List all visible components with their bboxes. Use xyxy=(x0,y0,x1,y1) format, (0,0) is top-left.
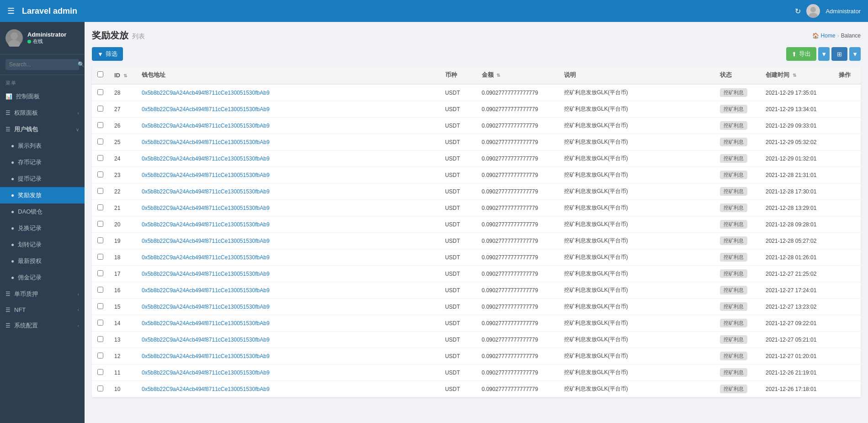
sidebar-label-withdraw: 提币记录 xyxy=(18,175,79,183)
cell-address: 0x5b8b22C9aA24Acb494f8711cCe130051530fbA… xyxy=(136,118,440,134)
sidebar-item-latest-auth[interactable]: ● 最新授权 xyxy=(0,253,85,269)
table-row: 15 0x5b8b22C9aA24Acb494f8711cCe130051530… xyxy=(92,299,861,315)
cell-desc: 挖矿利息发放GLK(平台币) xyxy=(559,84,714,101)
cell-address: 0x5b8b22C9aA24Acb494f8711cCe130051530fbA… xyxy=(136,216,440,233)
cell-currency: USDT xyxy=(440,315,476,332)
cell-desc: 挖矿利息发放GLK(平台币) xyxy=(559,233,714,249)
sidebar-item-reward[interactable]: ● 奖励发放 xyxy=(0,187,85,203)
columns-button[interactable]: ⊞ xyxy=(831,47,847,61)
row-checkbox[interactable] xyxy=(97,188,103,194)
select-all-checkbox[interactable] xyxy=(97,71,103,77)
row-checkbox-cell xyxy=(92,315,109,332)
cell-action xyxy=(833,101,861,118)
cell-desc: 挖矿利息发放GLK(平台币) xyxy=(559,101,714,118)
sidebar-item-nft[interactable]: ☰ NFT ‹ xyxy=(0,302,85,317)
columns-dropdown-button[interactable]: ▼ xyxy=(849,47,861,61)
cell-action xyxy=(833,216,861,233)
cell-desc: 挖矿利息发放GLK(平台币) xyxy=(559,381,714,397)
sidebar-item-exchange[interactable]: ● 兑换记录 xyxy=(0,220,85,236)
cell-desc: 挖矿利息发放GLK(平台币) xyxy=(559,118,714,134)
status-badge: 挖矿利息 xyxy=(720,187,747,196)
cell-action xyxy=(833,266,861,282)
status-badge: 挖矿利息 xyxy=(720,203,747,212)
refresh-icon[interactable]: ↻ xyxy=(795,7,801,16)
cell-action xyxy=(833,200,861,216)
sidebar-item-single-pledge[interactable]: ☰ 单币质押 ‹ xyxy=(0,286,85,302)
row-checkbox[interactable] xyxy=(97,254,103,260)
export-button[interactable]: ⬆ 导出 xyxy=(786,47,816,61)
cell-time: 2021-12-26 17:18:01 xyxy=(760,381,833,397)
cell-status: 挖矿利息 xyxy=(714,216,760,233)
status-badge: 挖矿利息 xyxy=(720,88,747,97)
cell-time: 2021-12-27 17:24:01 xyxy=(760,282,833,299)
sidebar-item-dao-lock[interactable]: ● DAO锁仓 xyxy=(0,203,85,220)
cell-currency: USDT xyxy=(440,348,476,364)
row-checkbox[interactable] xyxy=(97,155,103,161)
status-badge: 挖矿利息 xyxy=(720,236,747,245)
cell-action xyxy=(833,249,861,266)
cell-id: 25 xyxy=(109,134,136,150)
row-checkbox[interactable] xyxy=(97,122,103,128)
cell-desc: 挖矿利息发放GLK(平台币) xyxy=(559,216,714,233)
row-checkbox-cell xyxy=(92,364,109,381)
row-checkbox[interactable] xyxy=(97,353,103,359)
cell-action xyxy=(833,282,861,299)
row-checkbox[interactable] xyxy=(97,139,103,145)
sort-time-icon[interactable]: ⇅ xyxy=(793,73,796,78)
sidebar-label-dashboard: 控制面板 xyxy=(16,92,79,101)
sidebar-item-transfer[interactable]: ● 划转记录 xyxy=(0,236,85,253)
sidebar-item-user-wallet[interactable]: ☰ 用户钱包 ∨ xyxy=(0,121,85,138)
row-checkbox-cell xyxy=(92,167,109,183)
row-checkbox[interactable] xyxy=(97,89,103,95)
row-checkbox[interactable] xyxy=(97,303,103,309)
row-checkbox[interactable] xyxy=(97,106,103,112)
cell-action xyxy=(833,348,861,364)
sidebar-item-fee[interactable]: ● 佣金记录 xyxy=(0,269,85,286)
row-checkbox[interactable] xyxy=(97,221,103,227)
sidebar-item-permissions[interactable]: ☰ 权限面板 ‹ xyxy=(0,105,85,121)
cell-desc: 挖矿利息发放GLK(平台币) xyxy=(559,348,714,364)
sidebar-item-deposit[interactable]: ● 存币记录 xyxy=(0,154,85,171)
upload-icon: ⬆ xyxy=(792,51,797,58)
row-checkbox[interactable] xyxy=(97,204,103,210)
cell-currency: USDT xyxy=(440,134,476,150)
row-checkbox[interactable] xyxy=(97,237,103,243)
row-checkbox[interactable] xyxy=(97,270,103,276)
row-checkbox[interactable] xyxy=(97,336,103,342)
cell-time: 2021-12-27 21:25:02 xyxy=(760,266,833,282)
breadcrumb-home[interactable]: Home xyxy=(821,32,836,39)
row-checkbox[interactable] xyxy=(97,386,103,391)
sort-amount-icon[interactable]: ⇅ xyxy=(496,73,500,78)
cell-address: 0x5b8b22C9aA24Acb494f8711cCe130051530fbA… xyxy=(136,233,440,249)
sidebar-label-permissions: 权限面板 xyxy=(14,109,74,117)
svg-point-2 xyxy=(11,32,18,40)
row-checkbox[interactable] xyxy=(97,369,103,375)
cell-currency: USDT xyxy=(440,233,476,249)
filter-icon: ▼ xyxy=(97,51,103,58)
sidebar-item-system-config[interactable]: ☰ 系统配置 ‹ xyxy=(0,317,85,334)
cell-time: 2021-12-28 21:31:01 xyxy=(760,167,833,183)
cell-time: 2021-12-28 01:26:01 xyxy=(760,249,833,266)
cell-time: 2021-12-27 13:23:02 xyxy=(760,299,833,315)
cell-desc: 挖矿利息发放GLK(平台币) xyxy=(559,167,714,183)
hamburger-icon[interactable]: ☰ xyxy=(7,6,15,16)
table-row: 10 0x5b8b22C9aA24Acb494f8711cCe130051530… xyxy=(92,381,861,397)
filter-button[interactable]: ▼ 筛选 xyxy=(92,47,123,61)
row-checkbox[interactable] xyxy=(97,287,103,293)
sidebar-item-display-list[interactable]: ● 展示列表 xyxy=(0,138,85,154)
nft-icon: ☰ xyxy=(5,307,11,313)
cell-amount: 0.09027777777777779 xyxy=(476,101,559,118)
sidebar-item-dashboard[interactable]: 📊 控制面板 xyxy=(0,88,85,105)
cell-amount: 0.09027777777777779 xyxy=(476,167,559,183)
row-checkbox[interactable] xyxy=(97,320,103,326)
navbar-left: ☰ Laravel admin xyxy=(7,6,77,16)
status-badge: 挖矿利息 xyxy=(720,171,747,179)
cell-action xyxy=(833,134,861,150)
row-checkbox[interactable] xyxy=(97,171,103,177)
search-input[interactable] xyxy=(9,61,78,68)
cell-id: 15 xyxy=(109,299,136,315)
sort-id-icon[interactable]: ⇅ xyxy=(123,73,127,78)
sidebar-label-nft: NFT xyxy=(14,306,74,313)
export-dropdown-button[interactable]: ▼ xyxy=(818,47,830,61)
sidebar-item-withdraw[interactable]: ● 提币记录 xyxy=(0,171,85,187)
